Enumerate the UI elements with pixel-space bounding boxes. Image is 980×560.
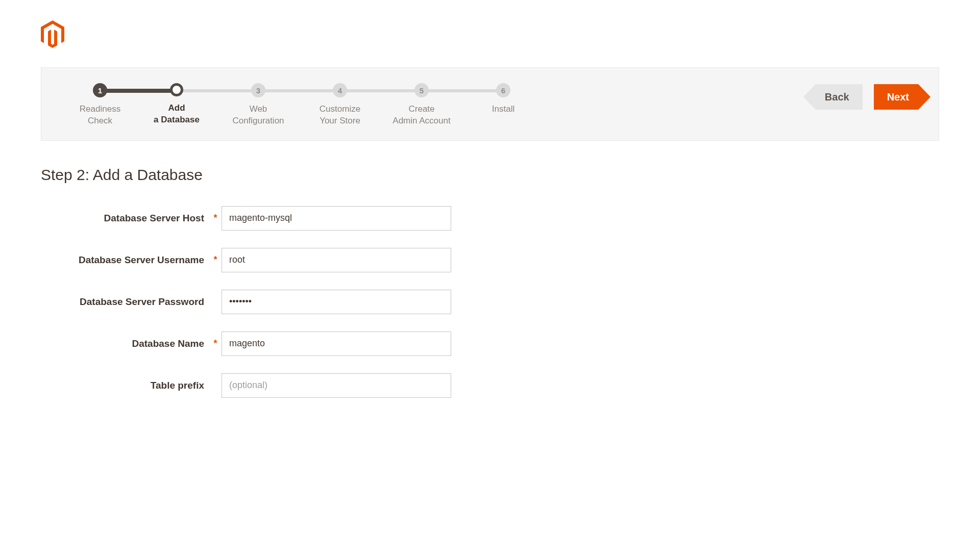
step-number-badge: 1 <box>93 83 107 97</box>
field-row-dbname: Database Name * <box>41 332 939 356</box>
next-button[interactable]: Next <box>874 84 918 110</box>
label-db-name: Database Name <box>41 338 209 349</box>
step-number-badge: 5 <box>414 83 429 97</box>
page-title: Step 2: Add a Database <box>41 166 939 184</box>
db-host-input[interactable] <box>222 206 451 231</box>
step-number-badge: 3 <box>251 83 265 97</box>
database-form: Database Server Host * Database Server U… <box>41 206 939 398</box>
label-db-password: Database Server Password <box>41 296 209 308</box>
magento-logo <box>41 20 939 48</box>
step-label: Install <box>465 104 542 115</box>
step-connector <box>335 89 416 92</box>
field-row-host: Database Server Host * <box>41 206 939 231</box>
progress-panel: 1 Readiness Check Add a Database 3 Web C… <box>41 67 939 141</box>
wizard-steps: 1 Readiness Check Add a Database 3 Web C… <box>62 83 542 127</box>
step-number-badge <box>170 83 183 96</box>
step-connector <box>177 89 258 92</box>
required-indicator: * <box>209 338 222 349</box>
step-label: Add a Database <box>138 103 215 126</box>
label-db-username: Database Server Username <box>41 254 209 266</box>
magento-logo-icon <box>41 20 64 48</box>
field-row-prefix: Table prefix <box>41 373 939 398</box>
step-number-badge: 6 <box>496 83 510 97</box>
step-connector <box>100 89 177 93</box>
table-prefix-input[interactable] <box>222 373 451 398</box>
wizard-nav-buttons: Back Next <box>816 83 918 110</box>
step-label: Readiness Check <box>62 104 138 127</box>
step-label: Create Admin Account <box>378 104 465 127</box>
db-username-input[interactable] <box>222 248 451 272</box>
db-password-input[interactable] <box>222 290 451 314</box>
step-label: Customize Your Store <box>302 104 378 127</box>
step-number-badge: 4 <box>333 83 347 97</box>
required-indicator: * <box>209 254 222 265</box>
label-table-prefix: Table prefix <box>41 380 209 391</box>
step-connector <box>258 89 335 92</box>
field-row-username: Database Server Username * <box>41 248 939 272</box>
required-indicator: * <box>209 213 222 223</box>
field-row-password: Database Server Password <box>41 290 939 314</box>
step-label: Web Configuration <box>215 104 302 127</box>
wizard-step-install[interactable]: 6 Install <box>465 83 542 115</box>
step-connector <box>416 89 498 92</box>
back-button[interactable]: Back <box>816 84 863 110</box>
db-name-input[interactable] <box>222 332 451 356</box>
label-db-host: Database Server Host <box>41 213 209 224</box>
